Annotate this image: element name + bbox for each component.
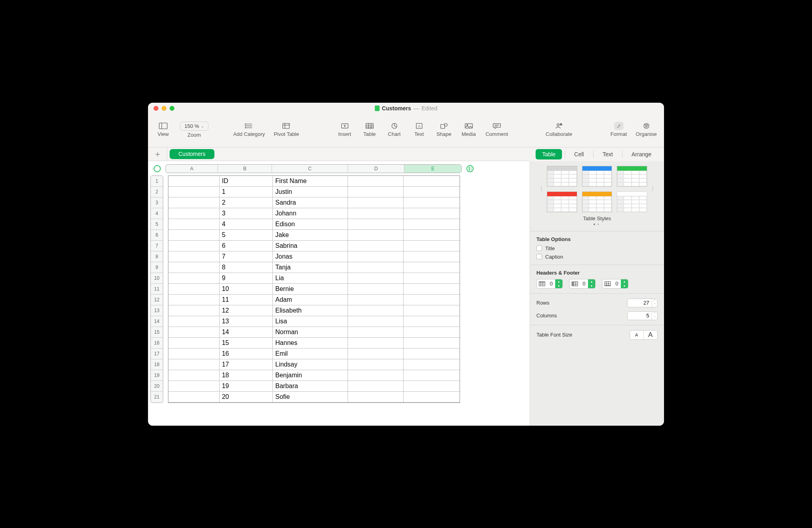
cell[interactable] <box>348 338 404 349</box>
cell[interactable] <box>404 284 460 295</box>
row-header[interactable]: 21 <box>151 392 163 402</box>
cell[interactable] <box>168 187 220 197</box>
table-style-red[interactable] <box>547 191 577 212</box>
cell[interactable] <box>404 392 460 402</box>
row-header[interactable]: 20 <box>151 381 163 392</box>
option-caption-checkbox[interactable]: Caption <box>536 254 658 260</box>
row-header[interactable]: 11 <box>151 284 163 295</box>
cell[interactable]: Sabrina <box>273 241 348 251</box>
column-header-d[interactable]: D <box>348 165 405 173</box>
cell[interactable] <box>348 230 404 241</box>
cell[interactable] <box>404 359 460 370</box>
cell[interactable] <box>348 251 404 262</box>
cell[interactable]: 16 <box>220 349 273 359</box>
cell[interactable]: 19 <box>220 381 273 392</box>
cell[interactable] <box>404 295 460 305</box>
organise-button[interactable]: Organise <box>636 122 657 137</box>
cell[interactable]: Tanja <box>273 262 348 273</box>
cell[interactable] <box>348 176 404 187</box>
cell[interactable]: 7 <box>220 251 273 262</box>
rows-input[interactable]: ˄˅ <box>627 299 658 307</box>
cell[interactable] <box>404 241 460 251</box>
row-header[interactable]: 5 <box>151 219 163 230</box>
table-style-grey[interactable] <box>547 166 577 187</box>
cell[interactable]: Emil <box>273 349 348 359</box>
cell[interactable] <box>168 381 220 392</box>
row-header[interactable]: 10 <box>151 273 163 284</box>
media-button[interactable]: Media <box>461 122 477 137</box>
cell[interactable]: Barbara <box>273 381 348 392</box>
cell[interactable] <box>404 338 460 349</box>
cell[interactable]: 18 <box>220 370 273 381</box>
cell[interactable] <box>404 349 460 359</box>
cell[interactable] <box>404 176 460 187</box>
cell[interactable]: Elisabeth <box>273 305 348 316</box>
styles-prev-button[interactable]: 〈 <box>536 185 544 193</box>
cell[interactable]: 1 <box>220 187 273 197</box>
cell[interactable] <box>404 230 460 241</box>
cell[interactable] <box>168 316 220 327</box>
cell[interactable] <box>348 359 404 370</box>
cell[interactable] <box>404 327 460 338</box>
row-header[interactable]: 3 <box>151 197 163 208</box>
cell[interactable] <box>404 208 460 219</box>
cell[interactable]: 9 <box>220 273 273 284</box>
cell[interactable]: Justin <box>273 187 348 197</box>
row-header-strip[interactable]: 123456789101112131415161718192021 <box>150 175 163 403</box>
cell[interactable] <box>348 241 404 251</box>
cell[interactable] <box>348 284 404 295</box>
cell[interactable] <box>348 381 404 392</box>
cell[interactable] <box>168 359 220 370</box>
comment-button[interactable]: Comment <box>486 122 508 137</box>
column-header-strip[interactable]: ABCDE <box>166 164 462 173</box>
cell[interactable] <box>168 349 220 359</box>
inspector-tab-arrange[interactable]: Arrange <box>625 149 658 159</box>
styles-next-button[interactable]: 〉 <box>650 185 658 193</box>
column-header-a[interactable]: A <box>166 165 218 173</box>
row-header[interactable]: 9 <box>151 262 163 273</box>
cell[interactable] <box>168 284 220 295</box>
row-header[interactable]: 18 <box>151 359 163 370</box>
footer-rows-stepper[interactable]: 0 ▲▼ <box>602 279 628 289</box>
cell[interactable]: 3 <box>220 208 273 219</box>
column-header-c[interactable]: C <box>272 165 348 173</box>
row-header[interactable]: 17 <box>151 349 163 359</box>
cell[interactable] <box>348 219 404 230</box>
table-style-green[interactable] <box>617 166 647 187</box>
row-header[interactable]: 4 <box>151 208 163 219</box>
cell[interactable]: 2 <box>220 197 273 208</box>
cell[interactable] <box>168 176 220 187</box>
cell[interactable]: Benjamin <box>273 370 348 381</box>
row-header[interactable]: 12 <box>151 295 163 305</box>
cell[interactable] <box>348 349 404 359</box>
cell[interactable] <box>168 230 220 241</box>
option-title-checkbox[interactable]: Title <box>536 245 658 251</box>
cell[interactable] <box>168 197 220 208</box>
cell[interactable]: 14 <box>220 327 273 338</box>
cell[interactable]: 4 <box>220 219 273 230</box>
cell[interactable] <box>404 381 460 392</box>
spreadsheet-canvas[interactable]: ABCDE 123456789101112131415161718192021 … <box>148 161 530 426</box>
header-rows-stepper[interactable]: 0 ▲▼ <box>536 279 563 289</box>
row-header[interactable]: 6 <box>151 230 163 241</box>
cell[interactable] <box>404 197 460 208</box>
table-handle[interactable] <box>154 165 161 172</box>
sheet-tab-customers[interactable]: Customers <box>170 149 214 159</box>
data-grid[interactable]: IDFirst Name1Justin2Sandra3Johann4Edison… <box>168 175 460 403</box>
inspector-tab-cell[interactable]: Cell <box>568 149 590 159</box>
cell[interactable] <box>168 338 220 349</box>
chart-button[interactable]: Chart <box>386 122 402 137</box>
table-style-orange[interactable] <box>582 191 612 212</box>
font-smaller-button[interactable]: A <box>630 331 644 339</box>
cell[interactable] <box>348 208 404 219</box>
column-header-e[interactable]: E <box>404 165 461 173</box>
view-button[interactable]: View <box>155 122 171 137</box>
cell[interactable] <box>404 262 460 273</box>
add-sheet-button[interactable]: ＋ <box>148 147 167 161</box>
add-column-handle[interactable] <box>466 165 474 172</box>
table-button[interactable]: Table <box>362 122 378 137</box>
cell[interactable] <box>168 241 220 251</box>
cell[interactable]: Sandra <box>273 197 348 208</box>
add-category-button[interactable]: Add Category <box>233 122 265 137</box>
row-header[interactable]: 13 <box>151 305 163 316</box>
